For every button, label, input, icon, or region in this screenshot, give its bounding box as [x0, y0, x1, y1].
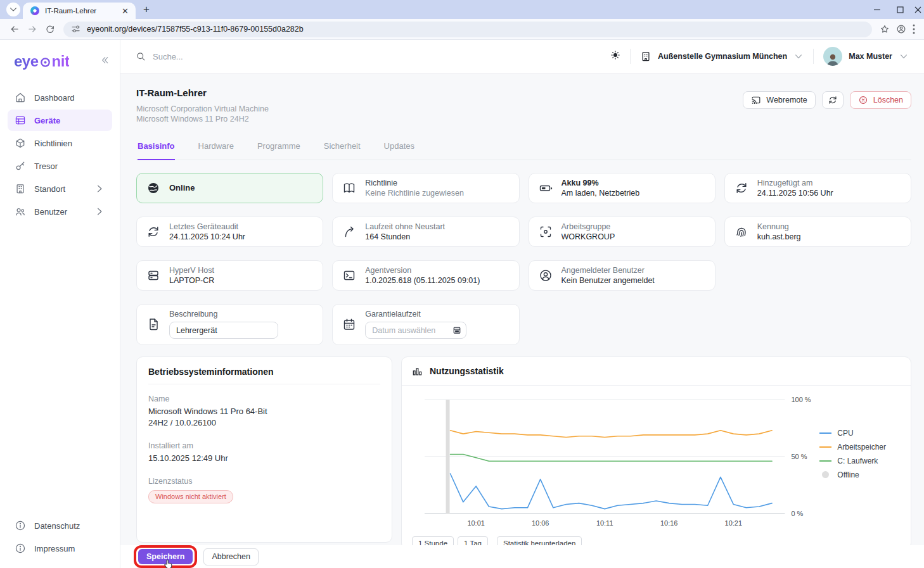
device-subtitle: Microsoft Corporation Virtual Machine Mi…	[136, 104, 269, 125]
x-circle-icon	[858, 95, 868, 105]
chart-legend: CPUArbeitspeicherC: LaufwerkOffline	[819, 391, 901, 535]
legend-item[interactable]: Arbeitspeicher	[819, 443, 901, 451]
tab-close-icon[interactable]: ✕	[120, 6, 131, 16]
usage-statistics-panel: Nutzungsstatistik 100 %50 %0 %10:0110:06…	[401, 357, 911, 550]
garantielaufzeit-date-input[interactable]	[365, 322, 466, 339]
sidebar-item-datenschutz[interactable]: Datenschutz	[8, 515, 112, 536]
sidebar-item-benutzer[interactable]: Benutzer	[8, 201, 112, 222]
search-icon	[136, 51, 146, 61]
sync-button[interactable]	[822, 91, 844, 109]
info-card-arbeitsgruppe: ArbeitsgruppeWORKGROUP	[529, 217, 715, 247]
sidebar-item-richtlinien[interactable]: Richtlinien	[8, 132, 112, 154]
os-info-title: Betriebssysteminformationen	[148, 367, 380, 377]
svg-text:0 %: 0 %	[791, 509, 803, 517]
user-menu[interactable]: Max Muster	[823, 47, 909, 66]
refresh-cycle-icon	[735, 181, 748, 195]
tab-title: IT-Raum-Lehrer	[45, 7, 120, 15]
os-installed-value: 15.10.2025 12:49 Uhr	[148, 453, 380, 464]
sidebar-item-dashboard[interactable]: Dashboard	[8, 87, 112, 108]
browser-titlebar: IT-Raum-Lehrer ✕ +	[0, 0, 924, 19]
devices-table-icon	[15, 115, 26, 126]
divider	[630, 49, 631, 64]
date-picker-icon[interactable]	[452, 325, 461, 337]
legend-line-swatch	[819, 460, 831, 462]
sidebar: eyenit Dashboard Geräte Richtlinien Tres…	[0, 40, 120, 568]
server-icon	[146, 268, 160, 282]
calendar-icon	[342, 317, 356, 331]
form-cards: Beschreibung Garantielaufzeit	[136, 304, 911, 345]
webremote-button[interactable]: Webremote	[743, 91, 815, 109]
legend-item[interactable]: C: Laufwerk	[819, 457, 901, 465]
logo-o-icon	[39, 56, 51, 68]
sidebar-footer: Datenschutz Impressum	[0, 514, 120, 568]
tab-hardware[interactable]: Hardware	[198, 141, 234, 160]
tab-programme[interactable]: Programme	[257, 141, 300, 160]
beschreibung-input[interactable]	[169, 322, 278, 339]
status-card-online: Online	[136, 173, 323, 203]
bookmark-star-icon[interactable]	[877, 22, 892, 37]
forward-button[interactable]	[24, 21, 41, 37]
app-topbar: Außenstelle Gymnasium München Max Muster	[120, 40, 924, 73]
globe-icon	[146, 181, 160, 195]
browser-profile-icon[interactable]	[894, 22, 909, 37]
info-card-hinzugefuegt: Hinzugefügt am24.11.2025 10:56 Uhr	[724, 173, 911, 203]
url-text: eyeonit.org/devices/71587f55-c913-11f0-8…	[87, 25, 304, 34]
info-card-richtlinie: RichtlinieKeine Richtlinie zugewiesen	[332, 173, 519, 203]
fingerprint-icon	[735, 225, 748, 239]
sidebar-nav: Dashboard Geräte Richtlinien Tresor Stan…	[0, 85, 120, 514]
search-box[interactable]	[136, 51, 610, 61]
svg-text:10:16: 10:16	[660, 519, 677, 526]
legend-item[interactable]: Offline	[819, 470, 901, 479]
info-card-laufzeit: Laufzeit ohne Neustart164 Stunden	[332, 217, 519, 247]
device-tabs: Basisinfo Hardware Programme Sicherheit …	[136, 141, 911, 160]
sidebar-item-standort[interactable]: Standort	[8, 178, 112, 199]
os-name-value: Microsoft Windows 11 Pro 64-Bit 24H2 / 1…	[148, 406, 380, 429]
legend-item[interactable]: CPU	[819, 429, 901, 438]
tab-sicherheit[interactable]: Sicherheit	[324, 141, 361, 160]
user-circle-icon	[539, 268, 553, 282]
site-info-icon[interactable]	[71, 24, 81, 34]
svg-text:100 %: 100 %	[791, 396, 811, 403]
chart-title: Nutzungsstatistik	[430, 366, 504, 376]
sidebar-item-impressum[interactable]: Impressum	[8, 538, 112, 559]
beschreibung-label: Beschreibung	[169, 310, 278, 319]
browser-tab[interactable]: IT-Raum-Lehrer ✕	[23, 3, 136, 19]
tab-updates[interactable]: Updates	[384, 141, 414, 160]
hand-cursor-icon	[164, 559, 173, 568]
info-card-geraeteaudit: Letztes Geräteaudit24.11.2025 10:24 Uhr	[136, 217, 323, 247]
divider	[148, 384, 380, 384]
info-card-hyperv-host: HyperV HostLAPTOP-CR	[136, 260, 323, 291]
organization-picker[interactable]: Außenstelle Gymnasium München	[640, 51, 804, 62]
browser-menu-icon[interactable]	[910, 22, 918, 37]
info-card-agentversion: Agentversion1.0.2025.618 (05.11.2025 09:…	[332, 260, 519, 291]
legend-offline-dot	[822, 471, 829, 478]
file-icon	[146, 317, 160, 331]
window-minimize-button[interactable]	[866, 0, 889, 19]
reload-button[interactable]	[42, 21, 58, 37]
sidebar-item-tresor[interactable]: Tresor	[8, 155, 112, 177]
tab-search-chevron-icon[interactable]	[6, 3, 20, 16]
window-close-button[interactable]	[911, 0, 924, 19]
cast-icon	[751, 95, 761, 105]
battery-icon	[539, 181, 553, 195]
theme-toggle-sun-icon[interactable]	[610, 50, 620, 63]
back-button[interactable]	[6, 21, 23, 37]
info-icon	[15, 520, 26, 531]
scan-focus-icon	[539, 225, 553, 239]
cancel-button[interactable]: Abbrechen	[203, 548, 258, 565]
tab-basisinfo[interactable]: Basisinfo	[138, 141, 175, 160]
info-card-akku: Akku 99%Am laden, Netzbetrieb	[529, 173, 715, 203]
address-bar[interactable]: eyeonit.org/devices/71587f55-c913-11f0-8…	[63, 22, 872, 37]
search-input[interactable]	[153, 52, 356, 61]
window-maximize-button[interactable]	[889, 0, 911, 19]
sync-icon	[828, 95, 838, 105]
bar-chart-icon	[412, 366, 423, 377]
book-open-icon	[342, 181, 356, 195]
sidebar-collapse-icon[interactable]	[99, 55, 110, 68]
browser-toolbar: eyeonit.org/devices/71587f55-c913-11f0-8…	[0, 19, 924, 40]
delete-button[interactable]: Löschen	[850, 91, 911, 109]
sidebar-item-geraete[interactable]: Geräte	[8, 110, 112, 131]
new-tab-button[interactable]: +	[143, 4, 150, 15]
chevron-right-icon	[94, 206, 105, 217]
garantielaufzeit-card: Garantielaufzeit	[332, 304, 519, 345]
